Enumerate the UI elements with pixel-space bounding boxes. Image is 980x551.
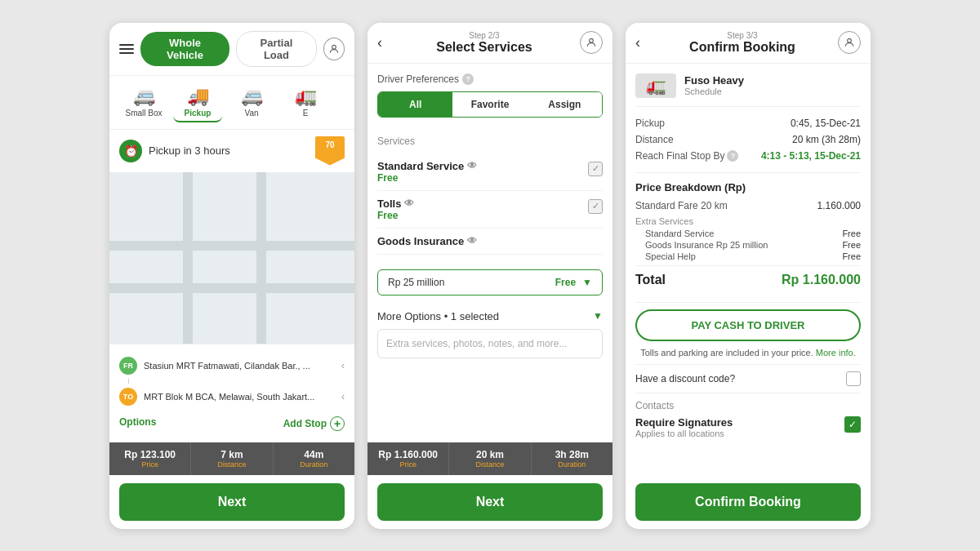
service-standard-info: Standard Service 👁 Free (377, 160, 588, 184)
total-label: Total (635, 273, 666, 287)
distance-value: 20 km (3h 28m) (792, 134, 861, 145)
contacts-title: Contacts (635, 400, 861, 411)
stat-distance-value: 7 km (194, 449, 269, 460)
vehicle-small-box[interactable]: 🚐 Small Box (119, 82, 168, 122)
hamburger-icon[interactable] (119, 44, 134, 54)
van-label: Van (244, 109, 258, 118)
more-options-chevron-icon[interactable]: ▼ (593, 310, 603, 322)
driver-preferences: Driver Preferences ? All Favorite Assign (368, 64, 612, 127)
service-tolls-checkbox[interactable]: ✓ (588, 199, 603, 214)
s2-stat-price-label: Price (371, 460, 445, 469)
vehicle-e[interactable]: 🚛 E (281, 82, 330, 122)
from-dot: FR (119, 357, 137, 375)
svg-point-2 (848, 38, 852, 42)
s2-stat-duration-label: Duration (535, 460, 609, 469)
add-stop-text: Add Stop (283, 418, 327, 429)
distance-label: Distance (635, 134, 674, 145)
reach-info-icon: ? (727, 150, 738, 162)
pref-tab-all[interactable]: All (378, 92, 452, 117)
more-options-title: More Options • 1 selected (377, 310, 499, 322)
service-row-tolls: Tolls 👁 Free ✓ (377, 191, 603, 229)
s3-header: ‹ Step 3/3 Confirm Booking (626, 23, 871, 64)
s3-back-button[interactable]: ‹ (635, 34, 640, 51)
s2-stat-price-value: Rp 1.160.000 (371, 449, 445, 460)
service-standard-checkbox[interactable]: ✓ (588, 162, 603, 176)
pb-standard-fare-row: Standard Fare 20 km 1.160.000 (635, 198, 861, 213)
more-info-link[interactable]: More info. (816, 348, 856, 358)
eye-icon-goods[interactable]: 👁 (467, 235, 477, 247)
s2-stat-duration-value: 3h 28m (535, 449, 609, 460)
extra1-label: Standard Service (645, 229, 714, 238)
eye-icon-standard[interactable]: 👁 (467, 160, 477, 171)
to-arrow-icon[interactable]: ‹ (341, 391, 345, 402)
s3-profile-avatar[interactable] (838, 31, 861, 54)
from-address: Stasiun MRT Fatmawati, Cilandak Bar., ..… (144, 361, 335, 371)
more-options-input[interactable]: Extra services, photos, notes, and more.… (377, 329, 603, 358)
price-breakdown: Price Breakdown (Rp) Standard Fare 20 km… (635, 173, 861, 303)
pay-cash-button[interactable]: PAY CASH TO DRIVER (635, 309, 861, 341)
toll-note: Tolls and parking are included in your p… (635, 348, 861, 358)
to-dot: TO (119, 388, 137, 406)
signatures-checkbox[interactable]: ✓ (844, 416, 861, 433)
options-link[interactable]: Options (119, 416, 156, 431)
service-goods-info: Goods Insurance 👁 (377, 235, 603, 247)
s2-stat-duration: 3h 28m Duration (532, 442, 612, 475)
s2-back-button[interactable]: ‹ (377, 34, 382, 51)
vehicle-thumbnail: 🚛 (635, 73, 676, 98)
s2-stat-distance: 20 km Distance (449, 442, 531, 475)
vehicle-van[interactable]: 🚐 Van (227, 82, 276, 122)
extra2-row: Goods Insurance Rp 25 million Free (635, 239, 861, 251)
s2-stat-distance-label: Distance (452, 460, 527, 469)
pickup-label: Pickup (635, 118, 665, 129)
chevron-down-icon: ▼ (582, 277, 592, 288)
s2-next-button[interactable]: Next (377, 483, 603, 521)
distance-info-row: Distance 20 km (3h 28m) (635, 131, 861, 148)
service-standard-price: Free (377, 172, 588, 184)
vehicle-info-row: 🚛 Fuso Heavy Schedule (635, 73, 861, 107)
pref-tab-favorite[interactable]: Favorite (452, 92, 527, 117)
stat-price-label: Price (113, 460, 187, 469)
s2-step-title: Step 2/3 Select Services (389, 31, 580, 55)
from-arrow-icon[interactable]: ‹ (341, 360, 345, 371)
s1-next-button[interactable]: Next (119, 483, 345, 521)
gi-row[interactable]: Rp 25 million Free ▼ (377, 269, 603, 295)
s3-step-title: Step 3/3 Confirm Booking (647, 31, 838, 55)
discount-checkbox[interactable] (846, 371, 861, 386)
add-stop-link[interactable]: Add Stop + (283, 416, 345, 431)
discount-badge: 70 (315, 136, 345, 166)
gi-value: Rp 25 million (388, 277, 555, 288)
booking-info-grid: Pickup 0:45, 15-Dec-21 Distance 20 km (3… (635, 107, 861, 173)
map-road-vertical (183, 172, 193, 344)
reach-info-row: Reach Final Stop By ? 4:13 - 5:13, 15-De… (635, 148, 861, 164)
confirm-booking-button[interactable]: Confirm Booking (635, 483, 861, 521)
vehicle-pickup[interactable]: 🚚 Pickup (173, 82, 222, 122)
stat-distance: 7 km Distance (191, 442, 273, 475)
s2-stat-price: Rp 1.160.000 Price (368, 442, 449, 475)
eye-icon-tolls[interactable]: 👁 (404, 198, 414, 209)
discount-label: Have a discount code? (635, 373, 735, 384)
s2-step-label: Step 2/3 (389, 31, 580, 40)
profile-avatar[interactable] (323, 38, 345, 60)
svg-point-1 (590, 38, 594, 42)
clock-icon: ⏰ (119, 140, 142, 162)
booking-content: 🚛 Fuso Heavy Schedule Pickup 0:45, 15-De… (626, 64, 871, 475)
stat-duration: 44m Duration (274, 442, 354, 475)
s2-profile-avatar[interactable] (580, 31, 603, 54)
pickup-label: Pickup (185, 109, 212, 118)
s1-header: Whole Vehicle Partial Load (109, 23, 354, 76)
service-row-goods-insurance: Goods Insurance 👁 (377, 229, 603, 255)
screen-whole-vehicle: Whole Vehicle Partial Load 🚐 Small Box 🚚… (109, 23, 354, 529)
from-location-row: FR Stasiun MRT Fatmawati, Cilandak Bar.,… (119, 353, 345, 379)
total-value: Rp 1.160.000 (782, 273, 861, 287)
map-road-horizontal (109, 241, 354, 251)
discount-row: Have a discount code? (635, 364, 861, 393)
more-options-header: More Options • 1 selected ▼ (377, 310, 603, 322)
screen-select-services: ‹ Step 2/3 Select Services Driver Prefer… (368, 23, 612, 529)
tab-partial-load[interactable]: Partial Load (236, 31, 317, 67)
screen-confirm-booking: ‹ Step 3/3 Confirm Booking 🚛 Fuso Heavy … (626, 23, 871, 529)
pref-tab-assign[interactable]: Assign (528, 92, 602, 117)
s1-stats-bar: Rp 123.100 Price 7 km Distance 44m Durat… (109, 442, 354, 475)
extra-services-section: Extra Services Standard Service Free Goo… (635, 216, 861, 262)
extra2-value: Free (842, 240, 861, 250)
tab-whole-vehicle[interactable]: Whole Vehicle (140, 32, 229, 66)
